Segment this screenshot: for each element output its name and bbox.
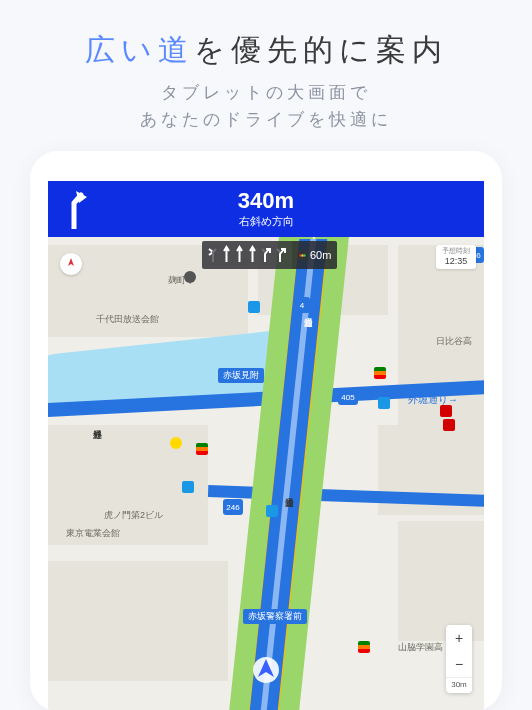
poi-convenience-icon[interactable] [248,301,260,313]
map-place-label: 虎ノ門第2ビル [104,509,163,522]
lane-up-right-icon [276,244,287,264]
map-block [398,521,484,641]
intersection-label: 赤坂警察署前 [243,609,307,624]
eta-label: 予想時刻 [442,247,470,255]
poi-convenience-icon[interactable] [182,481,194,493]
compass-icon [64,257,78,271]
map-place-label: 千代田放送会館 [96,313,159,326]
svg-point-3 [303,254,305,256]
road-name-label: ←外堀通り [54,401,104,415]
headline: 広い道を優先的に案内 [0,0,532,79]
road-name-label: 青山通り [283,491,296,501]
route-shield: 246 [223,499,243,515]
headline-accent: 広い道 [85,33,194,66]
subhead-line1: タブレットの大画面で [0,79,532,106]
intersection-label: 赤坂見附 [218,368,264,383]
banner-info: 340m 右斜め方向 [104,190,428,229]
lane-distance-value: 60m [310,249,331,261]
app-screen: 340m 右斜め方向 60m [48,181,484,710]
road-name-label: 外堀通り [91,423,104,433]
poi-gas-icon[interactable] [440,405,452,417]
lane-up-icon [248,244,257,264]
map-place-label: 日比谷高 [436,335,472,348]
poi-seven-icon[interactable] [196,443,208,455]
route-shield: 4 [294,297,310,313]
signal-icon [298,251,307,260]
poi-seven-icon[interactable] [358,641,370,653]
navigation-banner[interactable]: 340m 右斜め方向 [48,181,484,237]
poi-convenience-icon[interactable] [266,505,278,517]
vehicle-icon [251,655,281,685]
subheadline: タブレットの大画面で あなたのドライブを快適に [0,79,532,151]
lane-up-right-icon [261,244,272,264]
lane-left-icon [207,244,218,264]
map-scale: 30m [446,677,472,693]
tablet-device: 340m 右斜め方向 60m [30,151,502,710]
lane-guidance: 60m [202,241,337,269]
map-block [48,561,228,681]
subhead-line2: あなたのドライブを快適に [0,106,532,133]
route-shield: 405 [338,389,358,405]
map-place-label: 東京電業会館 [66,527,120,540]
vehicle-marker [251,655,281,689]
zoom-in-button[interactable]: + [446,625,472,651]
zoom-out-button[interactable]: − [446,651,472,677]
turn-right-icon [48,181,104,237]
zoom-control: + − 30m [446,625,472,693]
lane-arrows [202,241,292,269]
map-place-label: 山脇学園高 [398,641,443,654]
headline-rest: を優先的に案内 [194,33,448,66]
eta-display[interactable]: 予想時刻 12:35 [436,245,476,268]
next-turn-distance: 340m [104,190,428,212]
lane-up-icon [235,244,244,264]
poi-seven-icon[interactable] [374,367,386,379]
poi-gas-icon[interactable] [443,419,455,431]
poi-convenience-icon[interactable] [378,397,390,409]
eta-value: 12:35 [442,256,470,267]
lane-up-icon [222,244,231,264]
lane-distance: 60m [292,241,337,269]
next-turn-direction: 右斜め方向 [104,214,428,229]
